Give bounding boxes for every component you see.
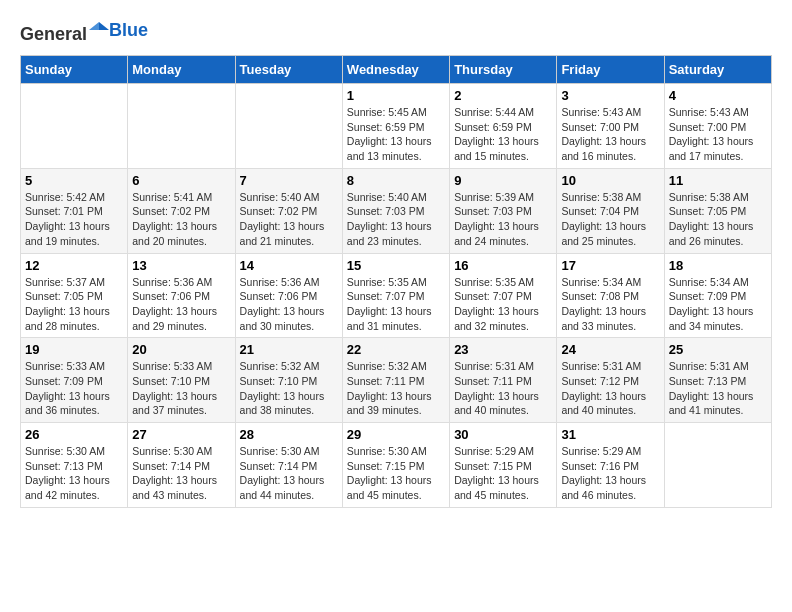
calendar-cell: 19Sunrise: 5:33 AM Sunset: 7:09 PM Dayli… [21, 338, 128, 423]
calendar-cell: 29Sunrise: 5:30 AM Sunset: 7:15 PM Dayli… [342, 423, 449, 508]
calendar-cell: 24Sunrise: 5:31 AM Sunset: 7:12 PM Dayli… [557, 338, 664, 423]
day-number: 26 [25, 427, 123, 442]
calendar-week-row: 1Sunrise: 5:45 AM Sunset: 6:59 PM Daylig… [21, 84, 772, 169]
logo-general: General [20, 24, 87, 44]
calendar-cell: 15Sunrise: 5:35 AM Sunset: 7:07 PM Dayli… [342, 253, 449, 338]
day-info: Sunrise: 5:38 AM Sunset: 7:05 PM Dayligh… [669, 190, 767, 249]
day-number: 31 [561, 427, 659, 442]
calendar-cell: 31Sunrise: 5:29 AM Sunset: 7:16 PM Dayli… [557, 423, 664, 508]
calendar-cell: 3Sunrise: 5:43 AM Sunset: 7:00 PM Daylig… [557, 84, 664, 169]
logo: General Blue [20, 20, 148, 45]
day-info: Sunrise: 5:44 AM Sunset: 6:59 PM Dayligh… [454, 105, 552, 164]
day-number: 11 [669, 173, 767, 188]
calendar-cell: 10Sunrise: 5:38 AM Sunset: 7:04 PM Dayli… [557, 168, 664, 253]
day-number: 14 [240, 258, 338, 273]
day-number: 18 [669, 258, 767, 273]
day-number: 29 [347, 427, 445, 442]
day-info: Sunrise: 5:40 AM Sunset: 7:02 PM Dayligh… [240, 190, 338, 249]
calendar-cell [235, 84, 342, 169]
day-info: Sunrise: 5:33 AM Sunset: 7:09 PM Dayligh… [25, 359, 123, 418]
calendar-cell: 5Sunrise: 5:42 AM Sunset: 7:01 PM Daylig… [21, 168, 128, 253]
calendar-cell: 4Sunrise: 5:43 AM Sunset: 7:00 PM Daylig… [664, 84, 771, 169]
day-info: Sunrise: 5:30 AM Sunset: 7:15 PM Dayligh… [347, 444, 445, 503]
calendar-cell: 18Sunrise: 5:34 AM Sunset: 7:09 PM Dayli… [664, 253, 771, 338]
day-info: Sunrise: 5:31 AM Sunset: 7:12 PM Dayligh… [561, 359, 659, 418]
svg-marker-1 [89, 22, 99, 30]
day-number: 27 [132, 427, 230, 442]
day-info: Sunrise: 5:36 AM Sunset: 7:06 PM Dayligh… [240, 275, 338, 334]
calendar-week-row: 5Sunrise: 5:42 AM Sunset: 7:01 PM Daylig… [21, 168, 772, 253]
logo-blue: Blue [109, 20, 148, 41]
day-info: Sunrise: 5:32 AM Sunset: 7:10 PM Dayligh… [240, 359, 338, 418]
calendar-cell: 23Sunrise: 5:31 AM Sunset: 7:11 PM Dayli… [450, 338, 557, 423]
calendar-cell: 14Sunrise: 5:36 AM Sunset: 7:06 PM Dayli… [235, 253, 342, 338]
day-number: 1 [347, 88, 445, 103]
day-number: 4 [669, 88, 767, 103]
day-number: 10 [561, 173, 659, 188]
day-info: Sunrise: 5:38 AM Sunset: 7:04 PM Dayligh… [561, 190, 659, 249]
calendar-cell: 13Sunrise: 5:36 AM Sunset: 7:06 PM Dayli… [128, 253, 235, 338]
calendar-cell: 30Sunrise: 5:29 AM Sunset: 7:15 PM Dayli… [450, 423, 557, 508]
col-header-saturday: Saturday [664, 56, 771, 84]
day-number: 24 [561, 342, 659, 357]
day-info: Sunrise: 5:31 AM Sunset: 7:11 PM Dayligh… [454, 359, 552, 418]
day-info: Sunrise: 5:41 AM Sunset: 7:02 PM Dayligh… [132, 190, 230, 249]
calendar-cell: 1Sunrise: 5:45 AM Sunset: 6:59 PM Daylig… [342, 84, 449, 169]
day-info: Sunrise: 5:40 AM Sunset: 7:03 PM Dayligh… [347, 190, 445, 249]
day-number: 8 [347, 173, 445, 188]
day-info: Sunrise: 5:39 AM Sunset: 7:03 PM Dayligh… [454, 190, 552, 249]
calendar-table: SundayMondayTuesdayWednesdayThursdayFrid… [20, 55, 772, 508]
day-number: 20 [132, 342, 230, 357]
calendar-cell: 21Sunrise: 5:32 AM Sunset: 7:10 PM Dayli… [235, 338, 342, 423]
calendar-cell: 6Sunrise: 5:41 AM Sunset: 7:02 PM Daylig… [128, 168, 235, 253]
day-info: Sunrise: 5:36 AM Sunset: 7:06 PM Dayligh… [132, 275, 230, 334]
day-number: 9 [454, 173, 552, 188]
col-header-thursday: Thursday [450, 56, 557, 84]
calendar-cell: 16Sunrise: 5:35 AM Sunset: 7:07 PM Dayli… [450, 253, 557, 338]
day-number: 17 [561, 258, 659, 273]
day-number: 28 [240, 427, 338, 442]
calendar-cell: 8Sunrise: 5:40 AM Sunset: 7:03 PM Daylig… [342, 168, 449, 253]
calendar-cell: 2Sunrise: 5:44 AM Sunset: 6:59 PM Daylig… [450, 84, 557, 169]
svg-marker-0 [99, 22, 109, 30]
logo-text: General [20, 20, 109, 45]
day-info: Sunrise: 5:29 AM Sunset: 7:16 PM Dayligh… [561, 444, 659, 503]
calendar-cell: 25Sunrise: 5:31 AM Sunset: 7:13 PM Dayli… [664, 338, 771, 423]
day-info: Sunrise: 5:29 AM Sunset: 7:15 PM Dayligh… [454, 444, 552, 503]
day-number: 30 [454, 427, 552, 442]
day-info: Sunrise: 5:43 AM Sunset: 7:00 PM Dayligh… [561, 105, 659, 164]
calendar-cell: 7Sunrise: 5:40 AM Sunset: 7:02 PM Daylig… [235, 168, 342, 253]
calendar-cell: 22Sunrise: 5:32 AM Sunset: 7:11 PM Dayli… [342, 338, 449, 423]
col-header-tuesday: Tuesday [235, 56, 342, 84]
calendar-cell [664, 423, 771, 508]
col-header-monday: Monday [128, 56, 235, 84]
day-number: 2 [454, 88, 552, 103]
day-info: Sunrise: 5:42 AM Sunset: 7:01 PM Dayligh… [25, 190, 123, 249]
calendar-cell [128, 84, 235, 169]
calendar-cell [21, 84, 128, 169]
day-info: Sunrise: 5:32 AM Sunset: 7:11 PM Dayligh… [347, 359, 445, 418]
day-number: 22 [347, 342, 445, 357]
day-number: 3 [561, 88, 659, 103]
calendar-cell: 27Sunrise: 5:30 AM Sunset: 7:14 PM Dayli… [128, 423, 235, 508]
day-info: Sunrise: 5:30 AM Sunset: 7:13 PM Dayligh… [25, 444, 123, 503]
day-number: 12 [25, 258, 123, 273]
day-info: Sunrise: 5:45 AM Sunset: 6:59 PM Dayligh… [347, 105, 445, 164]
day-info: Sunrise: 5:30 AM Sunset: 7:14 PM Dayligh… [240, 444, 338, 503]
day-number: 13 [132, 258, 230, 273]
day-info: Sunrise: 5:43 AM Sunset: 7:00 PM Dayligh… [669, 105, 767, 164]
day-info: Sunrise: 5:34 AM Sunset: 7:09 PM Dayligh… [669, 275, 767, 334]
calendar-cell: 11Sunrise: 5:38 AM Sunset: 7:05 PM Dayli… [664, 168, 771, 253]
day-number: 16 [454, 258, 552, 273]
day-info: Sunrise: 5:35 AM Sunset: 7:07 PM Dayligh… [347, 275, 445, 334]
day-number: 23 [454, 342, 552, 357]
day-number: 5 [25, 173, 123, 188]
calendar-week-row: 19Sunrise: 5:33 AM Sunset: 7:09 PM Dayli… [21, 338, 772, 423]
day-info: Sunrise: 5:35 AM Sunset: 7:07 PM Dayligh… [454, 275, 552, 334]
day-info: Sunrise: 5:31 AM Sunset: 7:13 PM Dayligh… [669, 359, 767, 418]
logo-bird-icon [89, 20, 109, 40]
col-header-friday: Friday [557, 56, 664, 84]
day-number: 7 [240, 173, 338, 188]
day-info: Sunrise: 5:33 AM Sunset: 7:10 PM Dayligh… [132, 359, 230, 418]
calendar-cell: 28Sunrise: 5:30 AM Sunset: 7:14 PM Dayli… [235, 423, 342, 508]
